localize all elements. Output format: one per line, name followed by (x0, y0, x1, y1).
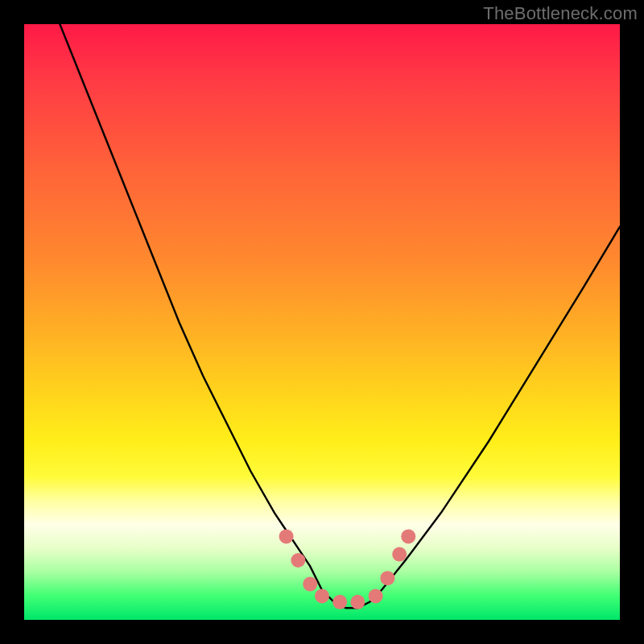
trough-marker (350, 595, 365, 609)
chart-plot-area (24, 24, 620, 620)
trough-marker (303, 577, 317, 592)
chart-svg (24, 24, 620, 620)
bottleneck-curve (60, 24, 620, 608)
trough-marker (332, 595, 347, 609)
trough-marker (279, 529, 294, 543)
trough-marker (291, 553, 305, 568)
trough-marker (315, 588, 329, 603)
trough-marker (369, 588, 383, 603)
watermark-text: TheBottleneck.com (483, 3, 638, 24)
trough-marker (380, 571, 394, 585)
chart-frame: TheBottleneck.com (0, 0, 644, 644)
trough-marker-group (279, 529, 416, 609)
trough-marker (392, 547, 407, 562)
trough-marker (401, 529, 415, 543)
